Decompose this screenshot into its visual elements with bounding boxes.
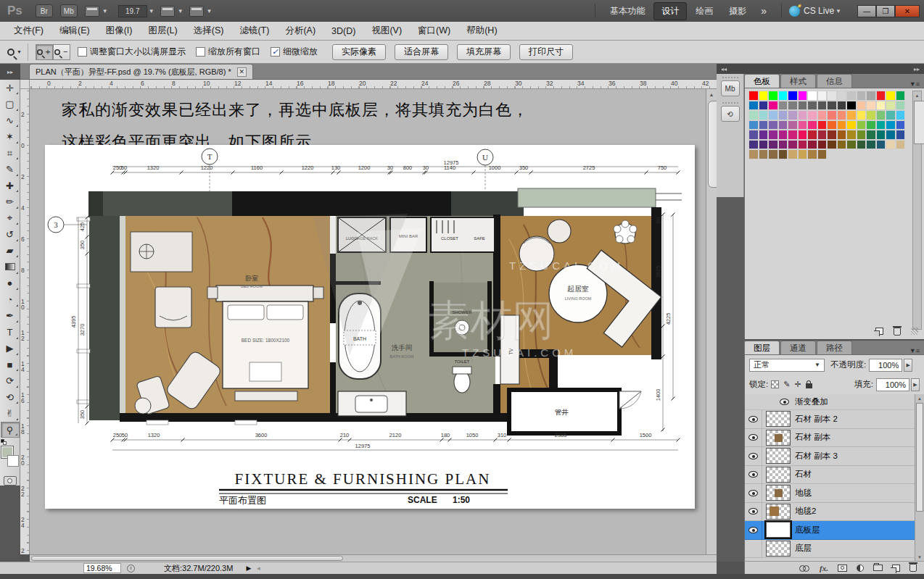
visibility-eye-icon[interactable] (748, 471, 758, 478)
opacity-field[interactable]: 100% (869, 359, 902, 372)
menu-item-7[interactable]: 3D(D) (323, 23, 363, 39)
adjustment-layer-icon[interactable] (857, 565, 864, 572)
swatch-2-14[interactable] (886, 110, 896, 120)
swatch-4-2[interactable] (768, 130, 778, 140)
fill-slider-icon[interactable]: ▶ (911, 378, 920, 391)
swatch-0-1[interactable] (759, 91, 769, 101)
restore-button[interactable]: ❐ (876, 5, 895, 17)
tab-close-icon[interactable]: ✕ (237, 67, 247, 77)
new-group-icon[interactable] (873, 565, 883, 571)
swatch-4-6[interactable] (807, 130, 817, 140)
swatch-5-8[interactable] (827, 140, 837, 150)
new-swatch-icon[interactable] (875, 328, 883, 335)
layer-row-底板层[interactable]: 底板层 (745, 521, 924, 540)
swatch-1-14[interactable] (886, 101, 896, 111)
swatch-3-11[interactable] (857, 120, 867, 130)
swatch-4-5[interactable] (798, 130, 808, 140)
canvas-viewport[interactable]: 家私的渐变效果已经出来了，再选中底板层，将其填充为白色， 这样彩色平面更突出。如… (30, 89, 706, 554)
checkbox-icon[interactable]: ✓ (271, 47, 280, 57)
layer-row-底层[interactable]: 底层 (745, 540, 924, 559)
menu-item-6[interactable]: 分析(A) (277, 22, 323, 40)
swatch-3-2[interactable] (768, 120, 778, 130)
new-layer-icon[interactable] (892, 565, 900, 572)
swatch-5-14[interactable] (886, 140, 896, 150)
panel-resize-grip[interactable] (911, 328, 918, 335)
swatch-3-6[interactable] (807, 120, 817, 130)
swatch-0-5[interactable] (798, 91, 808, 101)
swatch-1-11[interactable] (857, 101, 867, 111)
add-mask-icon[interactable] (838, 565, 847, 572)
3d-camera-rotate-tool[interactable]: ⟲ (1, 389, 20, 405)
swatch-3-4[interactable] (788, 120, 798, 130)
option-checkbox-2[interactable]: ✓细微缩放 (271, 46, 318, 58)
workspace-基本功能[interactable]: 基本功能 (603, 3, 652, 20)
menu-item-8[interactable]: 视图(V) (363, 22, 410, 40)
swatch-4-13[interactable] (876, 130, 886, 140)
swatch-5-1[interactable] (759, 140, 769, 150)
scroll-up-icon[interactable]: ▲ (915, 394, 924, 402)
lock-transparency-icon[interactable] (771, 380, 779, 388)
swatches-tab-样式[interactable]: 样式 (780, 74, 816, 88)
swatches-tab-信息[interactable]: 信息 (817, 74, 852, 88)
visibility-eye-icon[interactable] (748, 527, 758, 533)
swatch-5-7[interactable] (817, 140, 828, 150)
swatch-0-13[interactable] (876, 91, 886, 101)
checkbox-icon[interactable] (78, 47, 87, 57)
option-button-2[interactable]: 填充屏幕 (457, 44, 511, 60)
swatches-tab-色板[interactable]: 色板 (744, 74, 780, 88)
swatch-2-6[interactable] (807, 110, 817, 120)
swatches-scrollbar[interactable]: ▲ (912, 91, 922, 330)
swatch-3-13[interactable] (876, 120, 886, 130)
rectangle-tool[interactable]: ■ (1, 357, 20, 372)
visibility-cell[interactable] (745, 503, 762, 521)
gradient-tool[interactable] (1, 259, 20, 275)
swatch-2-7[interactable] (817, 110, 828, 120)
scroll-down-icon[interactable]: ▼ (915, 553, 924, 561)
blend-mode-select[interactable]: 正常 ▼ (749, 359, 825, 372)
swatch-4-7[interactable] (817, 130, 828, 140)
opacity-slider-icon[interactable]: ▶ (904, 359, 912, 372)
hand-tool[interactable]: ✌ (1, 405, 20, 421)
swatch-4-1[interactable] (759, 130, 769, 140)
layer-effect-row[interactable]: 渐变叠加 (745, 394, 924, 410)
swatch-0-14[interactable] (886, 91, 896, 101)
layers-tab-路径[interactable]: 路径 (817, 341, 852, 354)
swatch-0-3[interactable] (778, 91, 788, 101)
swatch-6-6[interactable] (807, 149, 817, 159)
option-button-1[interactable]: 适合屏幕 (395, 44, 448, 60)
visibility-cell[interactable] (745, 540, 762, 558)
swatch-4-12[interactable] (866, 130, 876, 140)
option-checkbox-0[interactable]: 调整窗口大小以满屏显示 (78, 46, 186, 58)
swatch-4-4[interactable] (788, 130, 798, 140)
swatch-4-0[interactable] (748, 130, 759, 140)
layers-panel-menu-icon[interactable]: ▼≡ (909, 347, 924, 354)
spot-healing-brush-tool[interactable]: ✚ (1, 178, 20, 193)
swatch-2-8[interactable] (827, 110, 837, 120)
crop-tool[interactable]: ⌗ (1, 145, 20, 161)
swatch-3-7[interactable] (817, 120, 828, 130)
history-panel-button[interactable]: ⟲ (721, 106, 740, 122)
dock-collapse-left-icon[interactable]: ◂◂ (721, 66, 727, 72)
dodge-tool[interactable]: ◔ (1, 291, 20, 307)
cs-live-button[interactable]: CS Live ▼ (789, 6, 847, 17)
swatch-3-8[interactable] (827, 120, 837, 130)
lock-pixels-icon[interactable]: ✎ (783, 380, 790, 389)
swatch-1-10[interactable] (846, 101, 857, 111)
background-color-swatch[interactable] (7, 455, 19, 467)
swatch-2-3[interactable] (778, 110, 788, 120)
menu-item-5[interactable]: 滤镜(T) (231, 22, 277, 40)
swatch-2-9[interactable] (837, 110, 847, 120)
swatch-3-10[interactable] (846, 120, 857, 130)
swatch-2-0[interactable] (748, 110, 759, 120)
layer-row-地毯2[interactable]: 地毯2 (745, 503, 924, 522)
visibility-cell[interactable] (745, 429, 762, 447)
option-button-3[interactable]: 打印尺寸 (519, 44, 573, 60)
swatch-6-1[interactable] (759, 149, 769, 159)
swatch-1-13[interactable] (876, 101, 886, 111)
swatch-0-9[interactable] (837, 91, 847, 101)
status-zoom-field[interactable]: 19.68% (83, 563, 121, 573)
swatch-0-6[interactable] (807, 91, 817, 101)
mini-bridge-panel-button[interactable]: Mb (721, 80, 740, 96)
link-layers-icon[interactable] (799, 565, 810, 571)
swatch-1-9[interactable] (837, 101, 847, 111)
